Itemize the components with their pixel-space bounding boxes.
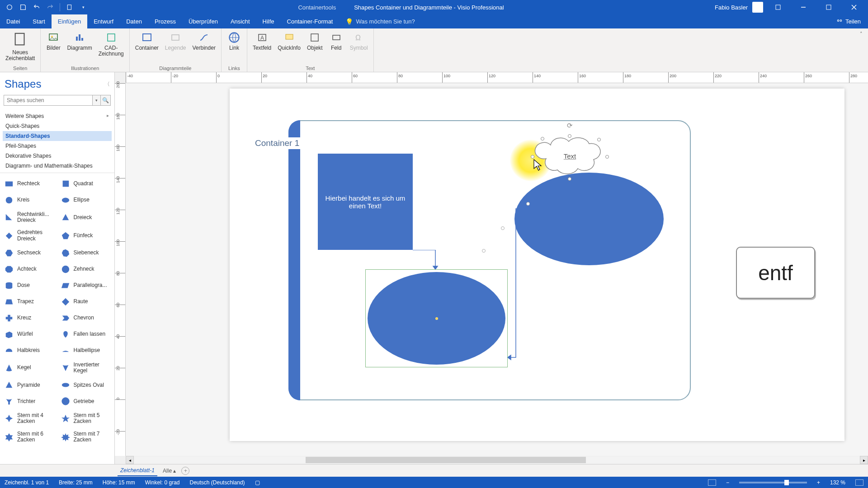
collapse-ribbon-icon[interactable]: ˄ — [854, 28, 868, 72]
category-quick-shapes[interactable]: Quick-Shapes — [3, 121, 112, 131]
shape-stencil-item[interactable]: Kreuz — [1, 310, 57, 326]
undo-icon[interactable] — [33, 3, 41, 11]
shape-stencil-item[interactable]: Chevron — [57, 310, 114, 326]
view-presentation-icon[interactable] — [708, 479, 716, 486]
drawing-page[interactable]: Container 1 Hierbei handelt es sich um e… — [230, 89, 844, 441]
shape-stencil-item[interactable]: Fallen lassen — [57, 326, 114, 343]
shape-stencil-item[interactable]: Kreis — [1, 192, 57, 208]
minimize-button[interactable] — [793, 0, 814, 14]
shape-stencil-item[interactable]: Parallelogra... — [57, 277, 114, 294]
shape-stencil-item[interactable]: Halbkreis — [1, 343, 57, 359]
ribbon-feld[interactable]: Feld — [327, 30, 345, 52]
shape-stencil-item[interactable]: Rechteck — [1, 176, 57, 192]
ellipse-shape-2[interactable] — [514, 173, 664, 265]
connection-point[interactable] — [526, 202, 530, 206]
callout-cloud[interactable]: Text — [533, 136, 607, 179]
new-blank-icon[interactable] — [66, 3, 74, 11]
shapes-search[interactable]: ▾ 🔍 — [4, 95, 111, 106]
category-standard-shapes[interactable]: Standard-Shapes — [3, 131, 112, 141]
selection-handle[interactable] — [597, 138, 601, 141]
fit-page-icon[interactable] — [855, 479, 863, 486]
selection-handle[interactable] — [568, 177, 571, 181]
zoom-out-icon[interactable]: − — [726, 479, 729, 486]
shape-stencil-item[interactable]: Invertierter Kegel — [57, 359, 114, 377]
menu-tab-prozess[interactable]: Prozess — [148, 14, 182, 28]
ellipse-shape-1[interactable] — [368, 272, 505, 365]
shape-stencil-item[interactable]: Trichter — [1, 393, 57, 409]
ribbon-bilder[interactable]: Bilder — [44, 30, 62, 52]
ribbon-neues-zeichenblatt[interactable]: Neues Zeichenblatt — [4, 30, 37, 62]
status-language[interactable]: Deutsch (Deutschland) — [190, 479, 245, 486]
selection-handle[interactable] — [531, 155, 534, 159]
shapes-panel-collapse-icon[interactable]: 〈 — [104, 80, 110, 88]
menu-tab-überprüfen[interactable]: Überprüfen — [182, 14, 224, 28]
shape-stencil-item[interactable]: Ellipse — [57, 192, 114, 208]
sheet-tab-active[interactable]: Zeichenblatt-1 — [118, 465, 157, 476]
shape-stencil-item[interactable]: Siebeneck — [57, 245, 114, 261]
redo-icon[interactable] — [46, 3, 54, 11]
category-diagramm--und-mathematik-shapes[interactable]: Diagramm- und Mathematik-Shapes — [3, 161, 112, 171]
shape-stencil-item[interactable]: Halbellipse — [57, 343, 114, 359]
save-icon[interactable] — [19, 3, 27, 11]
scroll-right-icon[interactable]: ▸ — [860, 456, 868, 464]
cloud-text[interactable]: Text — [533, 152, 607, 160]
ribbon-diagramm[interactable]: Diagramm — [65, 30, 94, 52]
shape-stencil-item[interactable]: Rechtwinkli... Dreieck — [1, 208, 57, 226]
rotation-handle-icon[interactable]: ⟳ — [567, 122, 573, 130]
menu-tab-hilfe[interactable]: Hilfe — [256, 14, 281, 28]
ribbon-verbinder[interactable]: Verbinder — [191, 30, 217, 52]
tell-me-search[interactable]: 💡 Was möchten Sie tun? — [339, 14, 415, 28]
ribbon-quickinfo[interactable]: QuickInfo — [276, 30, 302, 52]
menu-tab-daten[interactable]: Daten — [120, 14, 148, 28]
ribbon-display-icon[interactable] — [768, 0, 788, 14]
shape-stencil-item[interactable]: Raute — [57, 294, 114, 310]
menu-tab-container-format[interactable]: Container-Format — [281, 14, 340, 28]
menu-tab-start[interactable]: Start — [26, 14, 51, 28]
user-name[interactable]: Fabio Basler — [715, 4, 748, 11]
autosave-icon[interactable] — [5, 3, 14, 11]
selection-handle[interactable] — [541, 137, 544, 141]
shape-stencil-item[interactable]: Fünfeck — [57, 226, 114, 244]
shape-stencil-item[interactable]: Achteck — [1, 261, 57, 277]
shape-stencil-item[interactable]: Quadrat — [57, 176, 114, 192]
ribbon-cad--zeichnung[interactable]: CAD- Zeichnung — [97, 30, 126, 58]
menu-tab-ansicht[interactable]: Ansicht — [224, 14, 256, 28]
page-area[interactable]: Container 1 Hierbei handelt es sich um e… — [126, 83, 868, 456]
shape-stencil-item[interactable]: Spitzes Oval — [57, 377, 114, 393]
shape-stencil-item[interactable]: Stern mit 5 Zacken — [57, 409, 114, 427]
sheet-all-button[interactable]: Alle ▴ — [163, 468, 176, 474]
maximize-button[interactable] — [818, 0, 839, 14]
rectangle-shape[interactable]: Hierbei handelt es sich um einen Text! — [318, 154, 413, 250]
shape-stencil-item[interactable]: Sechseck — [1, 245, 57, 261]
shape-stencil-item[interactable]: Zehneck — [57, 261, 114, 277]
container-label[interactable]: Container 1 — [252, 137, 302, 149]
zoom-level[interactable]: 132 % — [830, 479, 845, 486]
category-pfeil-shapes[interactable]: Pfeil-Shapes — [3, 141, 112, 151]
connection-point[interactable] — [482, 249, 486, 253]
shape-stencil-item[interactable]: Würfel — [1, 326, 57, 343]
scrollbar-thumb[interactable] — [306, 457, 586, 463]
selection-handle[interactable] — [568, 134, 571, 138]
search-dropdown-icon[interactable]: ▾ — [93, 95, 101, 106]
add-sheet-button[interactable]: + — [181, 467, 189, 475]
scroll-left-icon[interactable]: ◂ — [126, 456, 134, 464]
shape-stencil-item[interactable]: Stern mit 4 Zacken — [1, 409, 57, 427]
horizontal-scrollbar[interactable]: ◂ ▸ — [126, 456, 868, 464]
menu-tab-entwurf[interactable]: Entwurf — [87, 14, 120, 28]
shapes-search-input[interactable] — [4, 95, 93, 106]
zoom-in-icon[interactable]: + — [817, 479, 820, 486]
shape-stencil-item[interactable]: Stern mit 7 Zacken — [57, 428, 114, 446]
shape-stencil-item[interactable]: Trapez — [1, 294, 57, 310]
close-button[interactable] — [844, 0, 864, 14]
shape-stencil-item[interactable]: Getriebe — [57, 393, 114, 409]
shape-stencil-item[interactable]: Pyramide — [1, 377, 57, 393]
category-weitere-shapes[interactable]: Weitere Shapes▸ — [3, 111, 112, 121]
ribbon-objekt[interactable]: Objekt — [305, 30, 325, 52]
connection-point[interactable] — [501, 226, 505, 230]
shape-stencil-item[interactable]: Dose — [1, 277, 57, 294]
zoom-slider[interactable] — [739, 482, 807, 483]
share-button[interactable]: Teilen — [829, 14, 868, 28]
search-go-icon[interactable]: 🔍 — [101, 95, 111, 106]
ribbon-container[interactable]: Container — [133, 30, 160, 52]
shape-stencil-item[interactable]: Dreieck — [57, 208, 114, 226]
